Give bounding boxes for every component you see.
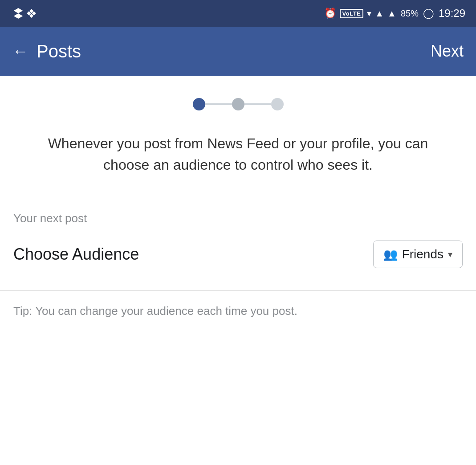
- back-button[interactable]: ←: [12, 42, 28, 61]
- next-button[interactable]: Next: [431, 42, 464, 61]
- audience-row: Choose Audience 👥 Friends ▾: [13, 236, 463, 281]
- tip-text: Tip: You can change your audience each t…: [0, 291, 476, 318]
- status-bar: ❖ ⏰ VoLTE ▾ ▲ ▲ 85% ◯ 19:29: [0, 0, 476, 27]
- time-display: 19:29: [439, 7, 465, 20]
- alarm-icon: ⏰: [324, 8, 336, 19]
- status-icons: ⏰ VoLTE ▾ ▲ ▲: [324, 8, 396, 19]
- dropbox-icon: [11, 6, 26, 21]
- header-left: ← Posts: [12, 41, 81, 61]
- status-bar-right: ⏰ VoLTE ▾ ▲ ▲ 85% ◯ 19:29: [324, 7, 465, 20]
- wifi-icon: ▾: [367, 8, 371, 19]
- main-content: Whenever you post from News Feed or your…: [0, 76, 476, 465]
- your-next-post-section: Your next post Choose Audience 👥 Friends…: [0, 198, 476, 290]
- description-text: Whenever you post from News Feed or your…: [0, 128, 476, 198]
- progress-indicator: [0, 76, 476, 128]
- chevron-down-icon: ▾: [448, 249, 452, 260]
- page-title: Posts: [37, 41, 81, 61]
- section-label: Your next post: [13, 212, 463, 225]
- progress-dot-3: [271, 98, 284, 110]
- battery-icon: ◯: [423, 8, 434, 19]
- volte-badge: VoLTE: [340, 9, 364, 18]
- progress-dot-1: [193, 98, 205, 110]
- signal-icon-1: ▲: [375, 8, 384, 19]
- progress-connector-1: [205, 103, 232, 105]
- progress-dot-2: [232, 98, 244, 110]
- header-bar: ← Posts Next: [0, 27, 476, 76]
- dropbox-logo: ❖: [26, 6, 37, 21]
- choose-audience-label: Choose Audience: [13, 245, 139, 264]
- progress-connector-2: [244, 103, 271, 105]
- battery-level: 85%: [401, 8, 419, 19]
- signal-icon-2: ▲: [387, 8, 396, 19]
- friends-icon: 👥: [383, 248, 398, 261]
- audience-dropdown-button[interactable]: 👥 Friends ▾: [373, 241, 463, 268]
- audience-button-text: Friends: [402, 247, 443, 261]
- status-bar-left: ❖: [11, 6, 37, 21]
